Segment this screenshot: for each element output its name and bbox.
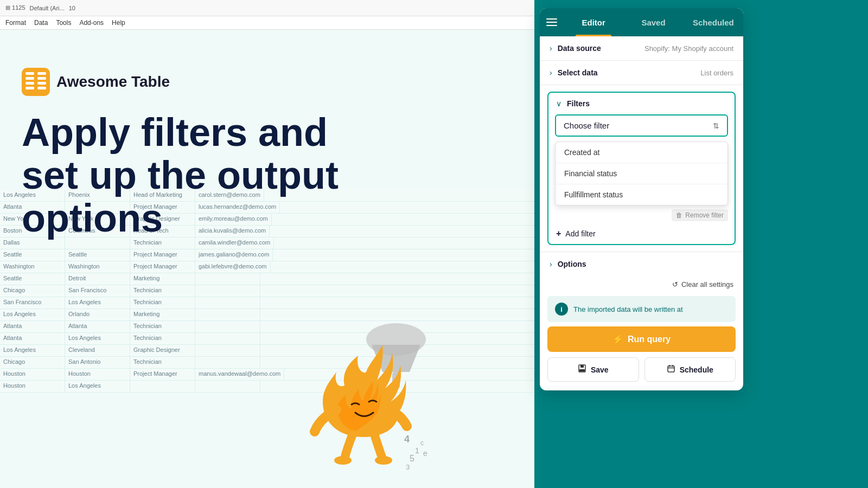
svg-rect-8 [37,87,46,89]
cell: Technician [130,321,195,332]
cell: Los Angeles [0,345,65,356]
filter-option-created-at[interactable]: Created at [556,142,727,163]
svg-rect-2 [25,77,34,80]
cell [195,357,260,368]
cell: Technician [130,357,195,368]
cell [195,345,260,356]
table-row: Atlanta Los Angeles Technician [0,333,534,345]
chevron-right-icon3: › [550,260,552,268]
clear-settings-button[interactable]: ↺ Clear all settings [672,280,733,288]
cell: Detroit [65,273,130,285]
filter-option-financial-status[interactable]: Financial status [556,163,727,184]
toolbar-mock: ⊞ 1125 Default (Ari... 10 [0,0,534,16]
cell: Los Angeles [65,381,130,392]
cell: Atlanta [65,321,130,332]
svg-text:3: 3 [406,463,410,470]
cell: Los Angeles [0,309,65,320]
cell: manus.vandewaal@demo.com [195,369,284,380]
table-row: San Francisco Los Angeles Technician [0,297,534,309]
cell: Seattle [65,249,130,261]
cell [195,333,260,344]
menu-tools[interactable]: Tools [56,19,71,27]
info-icon: i [555,303,568,316]
tab-editor[interactable]: Editor [564,8,623,36]
choose-filter-text: Choose filter [564,121,609,130]
chevron-right-icon: › [550,44,552,53]
options-row[interactable]: › Options [540,252,743,276]
cell: Atlanta [0,333,65,344]
menu-addons[interactable]: Add-ons [79,19,104,27]
cell: Project Manager [130,261,195,273]
save-icon [578,364,586,375]
cell: Orlando [65,309,130,320]
toolbar-text: ⊞ 1125 [5,4,25,11]
tab-saved[interactable]: Saved [623,8,683,36]
svg-text:4: 4 [404,434,410,445]
refresh-icon: ↺ [672,280,678,288]
filter-option-fulfillment-status[interactable]: Fullfillment status [556,184,727,205]
editor-panel: Editor Saved Scheduled › Data source Sho… [540,8,743,390]
remove-filter-button[interactable]: 🗑 Remove filter [672,209,728,221]
cell [130,381,195,392]
table-row: Seattle Detroit Marketing [0,273,534,285]
cell: Washington [65,261,130,273]
filter-arrows-icon: ⇅ [713,121,719,130]
cell: San Antonio [65,357,130,368]
cell [195,309,260,320]
info-bar: i The imported data will be written at [547,296,736,322]
menu-format[interactable]: Format [5,19,26,27]
plus-icon: + [556,229,561,239]
cell: Houston [0,381,65,392]
data-source-row[interactable]: › Data source Shopify: My Shopify accoun… [540,36,743,61]
cell: San Francisco [65,285,130,297]
cell: Los Angeles [65,333,130,344]
remove-filter-label: Remove filter [685,211,724,219]
filters-header[interactable]: ∨ Filters [548,93,735,114]
hamburger-icon [546,18,557,26]
cell: Cleveland [65,345,130,356]
cell: Marketing [130,273,195,285]
menu-data[interactable]: Data [34,19,48,27]
table-row: Chicago San Antonio Technician [0,357,534,369]
cell: Project Manager [130,369,195,380]
hero-line1: Apply filters and [22,111,328,154]
cell: Atlanta [0,321,65,332]
logo-icon [22,68,50,96]
chevron-right-icon2: › [550,68,552,77]
tab-bar: Editor Saved Scheduled [540,8,743,36]
hero-section: Apply filters and set up the output opti… [22,111,339,240]
choose-filter-select[interactable]: Choose filter ⇅ [555,114,728,137]
svg-rect-20 [580,365,584,368]
filter-dropdown-options: Created at Financial status Fullfillment… [555,142,728,206]
add-filter-row[interactable]: + Add filter [548,223,735,244]
cell: Project Manager [130,249,195,261]
cell [195,285,260,297]
cell: Graphic Designer [130,345,195,356]
cell [195,297,260,309]
svg-rect-7 [37,82,46,85]
save-label: Save [591,365,609,374]
schedule-button[interactable]: Schedule [644,357,736,382]
trash-icon: 🗑 [676,211,682,219]
add-filter-label: Add filter [565,229,595,238]
panel-body: › Data source Shopify: My Shopify accoun… [540,36,743,382]
save-button[interactable]: Save [547,357,639,382]
toolbar-text2: Default (Ari... [30,5,65,11]
run-query-button[interactable]: ⚡ Run query [547,326,736,352]
remove-filter-row: 🗑 Remove filter [548,206,735,223]
menu-button[interactable] [540,8,564,36]
svg-text:5: 5 [410,454,414,463]
options-label: Options [558,260,733,268]
select-data-row[interactable]: › Select data List orders [540,61,743,85]
svg-text:e: e [423,449,427,458]
cell: Seattle [0,273,65,285]
cell: Washington [0,261,65,273]
svg-rect-0 [22,68,50,96]
schedule-icon [667,364,675,375]
table-row: Washington Washington Project Manager ga… [0,261,534,273]
cell: Technician [130,297,195,309]
svg-rect-22 [668,366,674,372]
tab-scheduled[interactable]: Scheduled [684,8,743,36]
table-row: Los Angeles Cleveland Graphic Designer [0,345,534,357]
menu-help[interactable]: Help [112,19,125,27]
